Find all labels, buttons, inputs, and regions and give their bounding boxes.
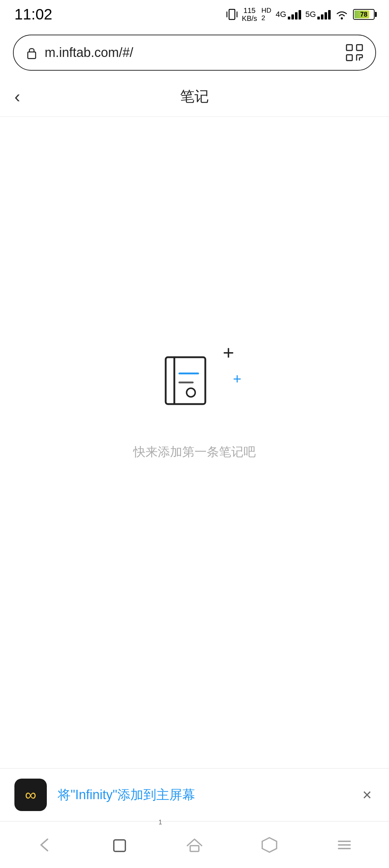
battery: 78 xyxy=(353,9,375,20)
back-arrow-icon xyxy=(34,834,55,856)
status-icons: 115 KB/s HD 2 4G 5G xyxy=(226,6,375,22)
status-time: 11:02 xyxy=(14,6,52,23)
bottom-banner: ∞ 将"Infinity"添加到主屏幕 × xyxy=(0,768,389,821)
hd-label: HD 2 xyxy=(261,7,271,22)
infinity-logo: ∞ xyxy=(14,779,47,811)
4g-signal: 4G xyxy=(276,9,301,19)
hexagon-icon xyxy=(259,834,280,856)
back-button[interactable]: ‹ xyxy=(14,87,20,106)
battery-box: 78 xyxy=(353,9,375,20)
5g-bars xyxy=(317,9,331,19)
page-title: 笔记 xyxy=(180,87,209,106)
wifi-icon xyxy=(335,9,349,20)
svg-marker-20 xyxy=(262,838,277,852)
4g-bars xyxy=(288,9,301,19)
bottom-nav: 1 xyxy=(0,821,389,868)
infinity-icon: ∞ xyxy=(25,786,36,804)
svg-rect-19 xyxy=(190,846,199,851)
status-bar: 11:02 115 KB/s HD 2 4G xyxy=(0,0,389,29)
5g-signal: 5G xyxy=(305,9,331,19)
empty-state-text: 快来添加第一条笔记吧 xyxy=(133,444,256,460)
plus-small-icon: + xyxy=(233,372,241,386)
banner-close-button[interactable]: × xyxy=(359,783,375,807)
nav-back-button[interactable] xyxy=(7,821,82,868)
svg-rect-7 xyxy=(346,55,352,61)
tabs-icon xyxy=(109,834,130,856)
svg-point-17 xyxy=(187,388,195,397)
address-bar-container: m.inftab.com/#/ xyxy=(0,29,389,76)
notebook-icon xyxy=(158,350,216,408)
svg-point-3 xyxy=(341,17,343,19)
network-speed: 115 KB/s xyxy=(242,6,257,22)
url-text[interactable]: m.inftab.com/#/ xyxy=(45,45,345,60)
svg-rect-4 xyxy=(28,52,36,58)
svg-rect-18 xyxy=(114,840,125,851)
svg-rect-0 xyxy=(229,9,235,19)
battery-level: 78 xyxy=(354,11,374,18)
empty-illustration: + + xyxy=(158,350,231,422)
nav-home-button[interactable] xyxy=(157,821,232,868)
home-icon xyxy=(184,834,205,856)
banner-text: 将"Infinity"添加到主屏幕 xyxy=(58,786,349,804)
vibrate-icon xyxy=(226,8,238,21)
hamburger-icon xyxy=(334,834,355,856)
nav-bar: ‹ 笔记 xyxy=(0,76,389,117)
svg-rect-6 xyxy=(357,45,362,50)
nav-menu-button[interactable] xyxy=(307,821,382,868)
nav-3d-menu-button[interactable] xyxy=(232,821,307,868)
address-bar[interactable]: m.inftab.com/#/ xyxy=(13,35,376,71)
nav-tabs-button[interactable]: 1 xyxy=(82,821,157,868)
lock-icon xyxy=(25,45,38,60)
tab-count-badge: 1 xyxy=(158,819,162,826)
svg-rect-5 xyxy=(346,45,352,50)
scan-icon[interactable] xyxy=(345,43,364,62)
main-content: + + 快来添加第一条笔记吧 xyxy=(0,117,389,694)
plus-large-icon: + xyxy=(223,343,234,362)
svg-rect-13 xyxy=(166,357,205,404)
